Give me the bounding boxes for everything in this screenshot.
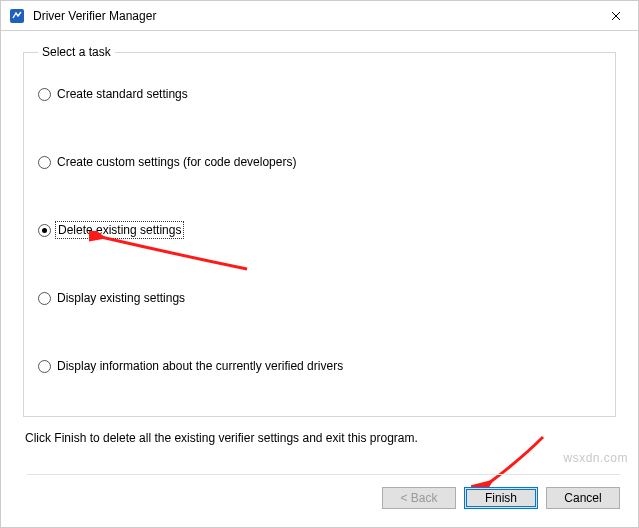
radio-label: Display existing settings bbox=[57, 291, 185, 305]
radio-create-custom[interactable]: Create custom settings (for code develop… bbox=[38, 153, 601, 171]
radio-icon bbox=[38, 292, 51, 305]
radio-icon bbox=[38, 224, 51, 237]
button-row: < Back Finish Cancel bbox=[27, 474, 620, 509]
radio-label: Create custom settings (for code develop… bbox=[57, 155, 296, 169]
app-icon bbox=[9, 8, 25, 24]
finish-button[interactable]: Finish bbox=[464, 487, 538, 509]
radio-create-standard[interactable]: Create standard settings bbox=[38, 85, 601, 103]
cancel-button[interactable]: Cancel bbox=[546, 487, 620, 509]
titlebar: Driver Verifier Manager bbox=[1, 1, 638, 31]
radio-display-existing[interactable]: Display existing settings bbox=[38, 289, 601, 307]
radio-icon bbox=[38, 360, 51, 373]
radio-label: Delete existing settings bbox=[57, 223, 182, 237]
close-icon bbox=[611, 11, 621, 21]
radio-label: Display information about the currently … bbox=[57, 359, 343, 373]
radio-icon bbox=[38, 156, 51, 169]
radio-delete-existing[interactable]: Delete existing settings bbox=[38, 221, 601, 239]
close-button[interactable] bbox=[596, 2, 636, 30]
watermark: wsxdn.com bbox=[563, 451, 628, 465]
svg-rect-0 bbox=[10, 9, 24, 23]
client-area: Select a task Create standard settings C… bbox=[1, 31, 638, 445]
back-button: < Back bbox=[382, 487, 456, 509]
radio-icon bbox=[38, 88, 51, 101]
radio-label: Create standard settings bbox=[57, 87, 188, 101]
task-group: Select a task Create standard settings C… bbox=[23, 45, 616, 417]
window-title: Driver Verifier Manager bbox=[33, 9, 596, 23]
radio-display-info[interactable]: Display information about the currently … bbox=[38, 357, 601, 375]
group-legend: Select a task bbox=[38, 45, 115, 59]
hint-text: Click Finish to delete all the existing … bbox=[25, 431, 616, 445]
